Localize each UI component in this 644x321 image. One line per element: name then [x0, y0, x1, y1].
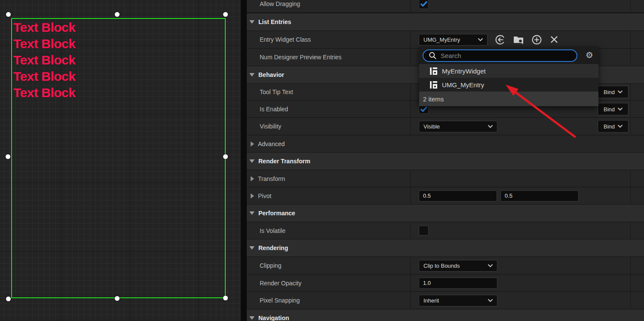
- property-value-cell: [411, 0, 631, 12]
- category-render-transform[interactable]: Render Transform: [247, 153, 644, 170]
- selection-handle[interactable]: [6, 154, 10, 159]
- clipping-value: Clip to Bounds: [423, 263, 460, 269]
- category-performance[interactable]: Performance: [247, 205, 644, 222]
- widget-blueprint-icon: [430, 81, 437, 89]
- entry-widget-class-dropdown[interactable]: UMG_MyEntry: [419, 34, 488, 46]
- property-value-cell: [411, 222, 631, 239]
- row-tail-cell: [631, 222, 644, 239]
- row-transform: Transform: [247, 170, 644, 187]
- property-value-cell: UMG_MyEntry: [411, 31, 631, 48]
- property-label-cell: Num Designer Preview Entries: [247, 49, 411, 66]
- property-label-cell: Pixel Snapping: [247, 292, 411, 309]
- category-label: Performance: [258, 210, 295, 217]
- transform-label: Transform: [258, 175, 285, 182]
- selection-handle[interactable]: [223, 12, 228, 17]
- category-navigation[interactable]: Navigation: [247, 309, 644, 321]
- property-label-cell: Is Volatile: [247, 222, 411, 239]
- pixel-snapping-value: Inherit: [423, 297, 439, 304]
- is-volatile-label: Is Volatile: [260, 227, 285, 234]
- row-tail-cell: [631, 292, 644, 309]
- property-value-cell: Clip to Bounds: [411, 257, 631, 274]
- category-list-entries[interactable]: List Entries: [247, 13, 644, 31]
- clipping-dropdown[interactable]: Clip to Bounds: [419, 260, 497, 272]
- bind-button-label: Bind: [604, 106, 615, 112]
- clear-asset-icon[interactable]: [549, 35, 559, 44]
- add-asset-icon[interactable]: [531, 34, 542, 45]
- visibility-bind-button[interactable]: Bind: [598, 120, 629, 133]
- is-enabled-bind-button[interactable]: Bind: [598, 103, 629, 115]
- visibility-dropdown[interactable]: Visible: [419, 121, 497, 132]
- property-value-cell: Visible Bind: [411, 118, 631, 135]
- row-pivot: Pivot: [247, 187, 644, 204]
- clipping-label: Clipping: [260, 262, 282, 269]
- category-label: Rendering: [258, 245, 288, 251]
- is-volatile-checkbox[interactable]: [419, 226, 429, 235]
- collapsed-arrow-icon[interactable]: [251, 141, 254, 147]
- browse-to-asset-icon[interactable]: [513, 34, 524, 45]
- chevron-down-icon: [488, 299, 493, 302]
- text-block-entry: Text Block: [13, 19, 76, 36]
- selection-handle[interactable]: [6, 297, 11, 301]
- picker-item-count-text: 2 items: [423, 95, 444, 103]
- pivot-x-field[interactable]: [419, 190, 497, 202]
- selection-handle[interactable]: [115, 296, 120, 301]
- pixel-snapping-dropdown[interactable]: Inherit: [419, 295, 497, 306]
- row-tail-cell: [631, 0, 644, 12]
- use-selected-asset-icon[interactable]: [495, 34, 506, 45]
- umg-editor-screen: Text Block Text Block Text Block Text Bl…: [0, 0, 644, 321]
- designer-canvas[interactable]: Text Block Text Block Text Block Text Bl…: [0, 0, 241, 321]
- selection-handle[interactable]: [223, 154, 228, 159]
- picker-item-label: MyEntryWidget: [442, 67, 486, 75]
- picker-item-myentrywidget[interactable]: MyEntryWidget: [419, 64, 598, 78]
- property-label-cell: Clipping: [247, 257, 411, 274]
- text-block-entry: Text Block: [13, 52, 76, 68]
- settings-gear-icon[interactable]: ⚙: [586, 50, 593, 60]
- selection-handle[interactable]: [223, 296, 228, 300]
- property-value-cell: [411, 275, 631, 291]
- selection-handle[interactable]: [6, 12, 11, 17]
- bind-button-label: Bind: [604, 123, 615, 130]
- category-label: List Entries: [258, 18, 291, 25]
- bind-button-label: Bind: [604, 89, 615, 95]
- expand-arrow-icon[interactable]: [249, 316, 255, 320]
- panel-splitter[interactable]: [241, 0, 247, 321]
- row-render-opacity: Render Opacity: [247, 275, 644, 291]
- visibility-label: Visibility: [260, 123, 281, 130]
- row-allow-dragging: Allow Dragging: [247, 0, 644, 12]
- allow-dragging-checkbox[interactable]: [419, 0, 429, 9]
- row-tail-cell: [631, 31, 644, 48]
- category-label: Behavior: [258, 71, 284, 78]
- row-advanced[interactable]: Advanced: [247, 135, 644, 152]
- row-tail-cell: [631, 257, 644, 274]
- picker-item-umg-myentry[interactable]: UMG_MyEntry: [419, 78, 598, 92]
- pivot-y-field[interactable]: [500, 190, 579, 202]
- chevron-down-icon: [618, 107, 623, 110]
- row-clipping: Clipping Clip to Bounds: [247, 257, 644, 274]
- selection-handle[interactable]: [115, 12, 120, 17]
- row-tail-cell: [631, 49, 644, 66]
- expand-arrow-icon[interactable]: [249, 20, 255, 24]
- picker-item-count: 2 items: [419, 92, 598, 106]
- collapsed-arrow-icon[interactable]: [251, 176, 254, 181]
- row-pixel-snapping: Pixel Snapping Inherit: [247, 292, 644, 309]
- expand-arrow-icon[interactable]: [249, 211, 255, 215]
- entry-widget-class-label: Entry Widget Class: [260, 36, 311, 43]
- render-opacity-field[interactable]: [419, 278, 497, 289]
- collapsed-arrow-icon[interactable]: [251, 193, 254, 199]
- chevron-down-icon: [478, 38, 483, 41]
- property-label-cell: Pivot: [247, 187, 411, 204]
- picker-search-input[interactable]: [441, 52, 561, 59]
- check-icon: [420, 0, 428, 8]
- tool-tip-bind-button[interactable]: Bind: [598, 86, 629, 98]
- expand-arrow-icon[interactable]: [249, 73, 255, 76]
- property-label-cell: Visibility: [247, 118, 411, 135]
- category-rendering[interactable]: Rendering: [247, 239, 644, 257]
- property-label-cell: Entry Widget Class: [247, 31, 411, 48]
- entry-widget-class-value: UMG_MyEntry: [423, 37, 460, 43]
- expand-arrow-icon[interactable]: [249, 246, 255, 250]
- row-tail-cell: [631, 275, 644, 291]
- picker-search-box[interactable]: [423, 49, 577, 62]
- check-icon: [420, 105, 428, 113]
- tool-tip-text-label: Tool Tip Text: [260, 89, 293, 95]
- expand-arrow-icon[interactable]: [249, 159, 255, 163]
